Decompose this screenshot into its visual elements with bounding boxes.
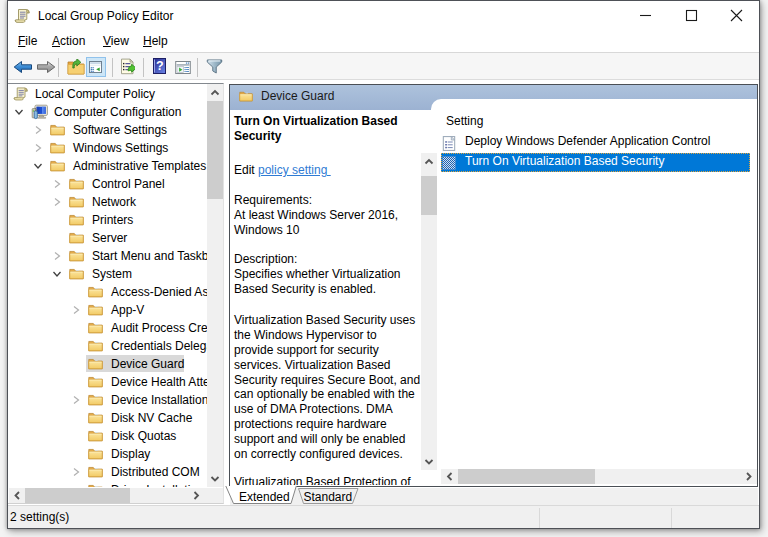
svg-text:?: ? [156, 59, 164, 73]
